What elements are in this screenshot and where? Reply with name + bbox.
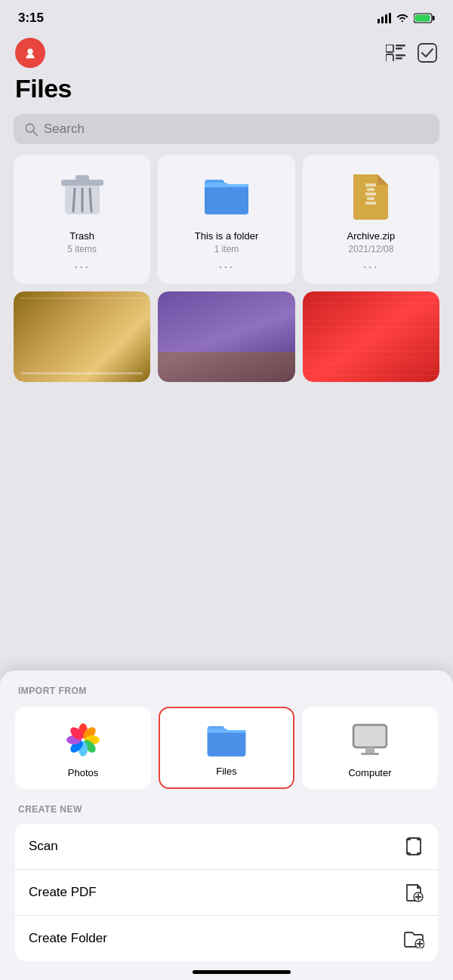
status-time: 3:15 (18, 11, 44, 26)
action-list: Scan (15, 824, 438, 961)
scan-icon (403, 836, 424, 857)
create-pdf-action-item[interactable]: Create PDF (15, 870, 438, 916)
file-card-folder[interactable]: This is a folder 1 item ··· (158, 155, 294, 284)
svg-rect-14 (418, 44, 436, 62)
file-name: Archive.zip (347, 230, 396, 242)
files-icon (206, 722, 247, 758)
svg-rect-19 (76, 175, 89, 180)
import-grid: Photos Files Computer (15, 707, 438, 789)
create-new-label: CREATE NEW (15, 804, 438, 815)
import-files-label: Files (216, 766, 236, 777)
photos-icon (63, 720, 103, 760)
wifi-icon (396, 13, 409, 23)
import-files-card[interactable]: Files (159, 707, 294, 789)
computer-icon (350, 720, 390, 760)
import-computer-card[interactable]: Computer (302, 707, 438, 789)
svg-rect-24 (367, 188, 374, 191)
import-section-label: IMPORT FROM (15, 686, 438, 696)
files-grid: Trash 5 items ··· This is a folder 1 ite… (0, 155, 453, 390)
svg-rect-39 (361, 753, 379, 755)
create-new-section: CREATE NEW Scan (15, 804, 438, 961)
bottom-sheet: IMPORT FROM (0, 670, 453, 980)
file-card-photo1[interactable] (14, 291, 150, 382)
header (0, 32, 453, 71)
svg-line-22 (90, 189, 91, 211)
create-pdf-icon (403, 882, 424, 903)
svg-rect-18 (61, 180, 103, 186)
battery-icon (414, 13, 435, 23)
svg-rect-13 (396, 57, 402, 60)
scan-label: Scan (29, 839, 58, 854)
file-name: This is a folder (195, 230, 259, 242)
create-folder-label: Create Folder (29, 931, 107, 946)
page-title: Files (15, 74, 438, 103)
status-icons (378, 13, 435, 23)
svg-rect-5 (433, 16, 435, 20)
home-bar (193, 970, 291, 974)
file-card-photo3[interactable] (303, 291, 439, 382)
signal-icon (378, 13, 391, 23)
svg-line-16 (33, 131, 37, 135)
svg-rect-1 (381, 17, 384, 23)
svg-rect-23 (365, 183, 376, 186)
svg-rect-8 (386, 45, 393, 52)
scan-action-item[interactable]: Scan (15, 824, 438, 870)
svg-rect-0 (378, 19, 380, 23)
file-card-archive[interactable]: Archive.zip 2021/12/08 ··· (303, 155, 439, 284)
create-folder-action-item[interactable]: Create Folder (15, 916, 438, 961)
file-more[interactable]: ··· (74, 259, 90, 275)
page-title-section: Files (0, 71, 453, 111)
svg-rect-11 (386, 54, 393, 61)
svg-rect-9 (396, 45, 405, 47)
status-bar: 3:15 (0, 0, 453, 32)
svg-rect-40 (407, 838, 421, 855)
trash-icon (55, 168, 109, 223)
app-logo[interactable] (15, 38, 45, 68)
import-photos-label: Photos (68, 767, 98, 778)
create-folder-icon (403, 928, 424, 949)
file-card-photo2[interactable] (158, 291, 294, 382)
svg-point-7 (27, 49, 32, 54)
svg-rect-25 (365, 193, 376, 196)
search-bar[interactable] (14, 114, 439, 144)
import-photos-card[interactable]: Photos (15, 707, 151, 789)
svg-rect-6 (415, 15, 430, 22)
svg-rect-10 (396, 48, 402, 50)
svg-rect-2 (385, 14, 387, 23)
file-meta: 2021/12/08 (348, 244, 393, 254)
search-icon (24, 122, 38, 136)
svg-rect-3 (389, 13, 391, 23)
svg-rect-12 (396, 54, 405, 57)
search-bar-wrap (0, 111, 453, 155)
create-pdf-label: Create PDF (29, 885, 97, 900)
file-meta: 1 item (214, 244, 239, 254)
file-meta: 5 items (67, 244, 97, 254)
import-computer-label: Computer (348, 767, 391, 778)
folder-icon (199, 168, 254, 223)
search-input[interactable] (44, 122, 429, 137)
header-actions (385, 42, 438, 63)
svg-rect-37 (355, 726, 385, 746)
archive-icon (344, 168, 398, 223)
file-more[interactable]: ··· (218, 259, 234, 275)
svg-rect-38 (365, 747, 374, 753)
file-card-trash[interactable]: Trash 5 items ··· (14, 155, 150, 284)
file-more[interactable]: ··· (363, 259, 379, 275)
file-name: Trash (69, 230, 94, 242)
home-indicator (15, 961, 453, 980)
svg-line-20 (73, 189, 75, 211)
svg-rect-27 (365, 202, 376, 205)
svg-rect-26 (367, 197, 374, 200)
checkbox-icon[interactable] (417, 42, 438, 63)
list-view-icon[interactable] (385, 42, 406, 63)
